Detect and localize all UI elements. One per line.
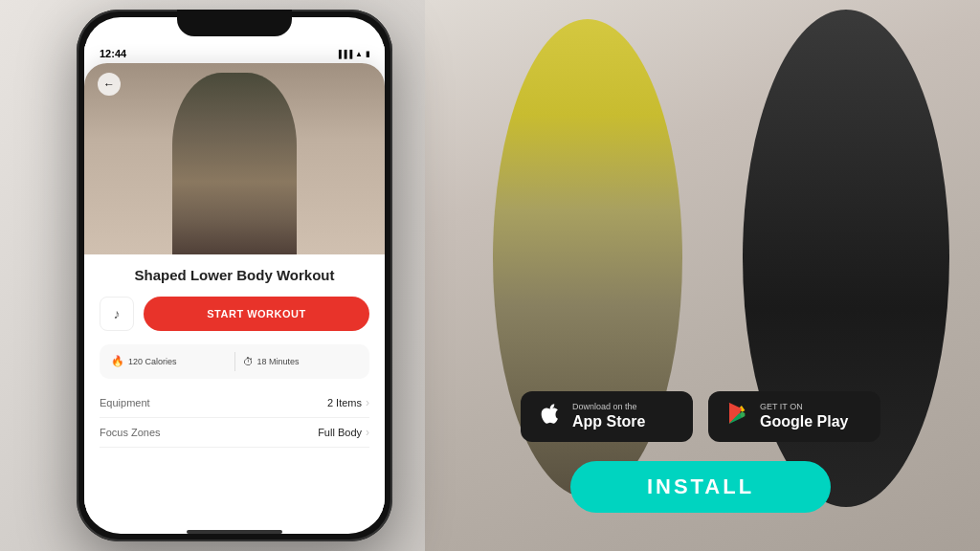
time-stat: ⏱ 18 Minutes (243, 356, 359, 367)
equipment-value: 2 Items › (327, 396, 369, 409)
workout-detail-card: ← Shaped Lower Body Workout ♪ START WORK… (84, 63, 385, 522)
phone-home-bar (187, 530, 282, 534)
app-store-button[interactable]: Download on the App Store (521, 391, 693, 442)
signal-icon: ▐▐▐ (336, 50, 352, 58)
apple-icon (538, 401, 563, 432)
equipment-label: Equipment (100, 397, 150, 408)
app-screen: 12:44 ▐▐▐ ▲ ▮ ← Fitness at Home ↺ Reset (84, 44, 385, 522)
battery-icon: ▮ (366, 50, 369, 58)
phone-shell: 12:44 ▐▐▐ ▲ ▮ ← Fitness at Home ↺ Reset (77, 10, 392, 541)
stat-divider (234, 352, 235, 371)
phone-screen: 12:44 ▐▐▐ ▲ ▮ ← Fitness at Home ↺ Reset (84, 17, 385, 534)
status-bar: 12:44 ▐▐▐ ▲ ▮ (84, 44, 385, 63)
focus-zones: Full Body (318, 427, 362, 438)
start-workout-button[interactable]: START WORKOUT (144, 297, 369, 331)
store-buttons: Download on the App Store GET IT ON Goog… (521, 391, 880, 442)
status-time: 12:44 (100, 48, 126, 59)
focus-zones-row[interactable]: Focus Zones Full Body › (100, 418, 369, 448)
wifi-icon: ▲ (355, 50, 363, 58)
focus-zones-value: Full Body › (318, 426, 369, 439)
detail-body: Shaped Lower Body Workout ♪ START WORKOU… (84, 254, 385, 459)
detail-back-button[interactable]: ← (98, 73, 121, 96)
equipment-items: 2 Items (327, 397, 362, 408)
google-play-text: GET IT ON Google Play (760, 403, 848, 430)
workout-stats: 🔥 120 Calories ⏱ 18 Minutes (100, 344, 369, 379)
google-play-button[interactable]: GET IT ON Google Play (708, 391, 880, 442)
music-button[interactable]: ♪ (100, 297, 134, 331)
clock-icon: ⏱ (243, 356, 254, 367)
fire-icon: 🔥 (111, 355, 124, 367)
arrow-icon-2: › (366, 426, 369, 439)
detail-hero-image: ← (84, 63, 385, 254)
google-play-name: Google Play (760, 413, 848, 430)
workout-detail-title: Shaped Lower Body Workout (100, 266, 369, 285)
detail-actions: ♪ START WORKOUT (100, 297, 369, 331)
phone-mockup: 12:44 ▐▐▐ ▲ ▮ ← Fitness at Home ↺ Reset (29, 10, 440, 545)
calories-value: 120 Calories (128, 357, 177, 366)
app-store-sub: Download on the (572, 403, 645, 411)
google-play-sub: GET IT ON (760, 403, 848, 411)
install-button[interactable]: INSTALL (570, 461, 831, 513)
right-panel: Download on the App Store GET IT ON Goog… (421, 0, 980, 551)
phone-notch (177, 10, 292, 36)
calories-stat: 🔥 120 Calories (111, 355, 227, 367)
google-play-icon (725, 401, 750, 432)
equipment-row[interactable]: Equipment 2 Items › (100, 388, 369, 418)
minutes-value: 18 Minutes (257, 357, 300, 366)
app-store-text: Download on the App Store (572, 403, 645, 430)
arrow-icon: › (366, 396, 369, 409)
hero-figure (172, 73, 297, 254)
focus-zones-label: Focus Zones (100, 427, 161, 438)
app-store-name: App Store (572, 413, 645, 430)
status-icons: ▐▐▐ ▲ ▮ (336, 50, 369, 58)
